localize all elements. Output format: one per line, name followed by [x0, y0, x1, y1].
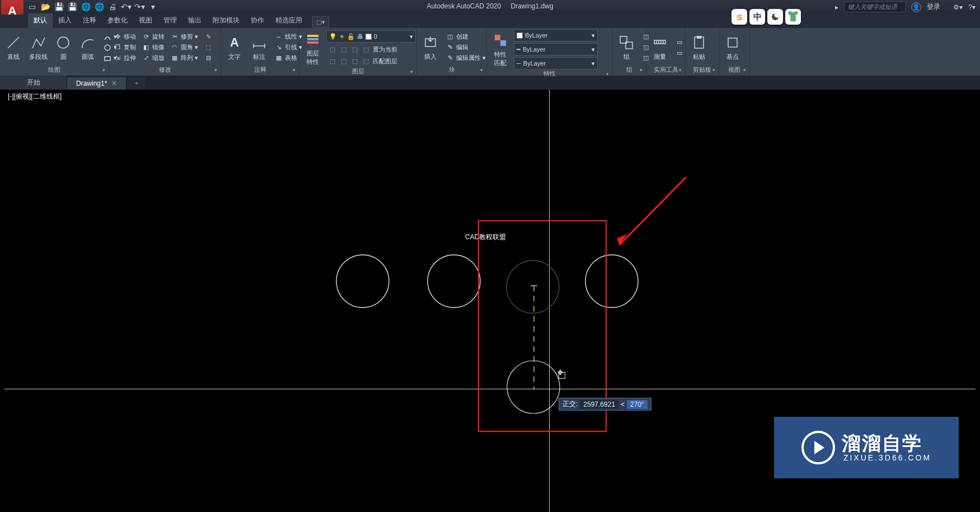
svg-line-0 — [8, 37, 19, 48]
menu-tab-featured[interactable]: 精选应用 — [270, 13, 308, 28]
copy-button[interactable]: ❐复制 — [111, 43, 138, 53]
svg-rect-8 — [307, 38, 318, 40]
arc-button[interactable]: 圆弧 — [77, 32, 99, 62]
rotate-button[interactable]: ⟳旋转 — [140, 32, 166, 42]
panel-drop-icon[interactable]: ▾ — [214, 67, 217, 73]
close-tab-icon[interactable]: ✕ — [111, 80, 117, 87]
panel-drop-icon[interactable]: ▾ — [410, 69, 413, 75]
svg-rect-7 — [307, 35, 318, 37]
search-input[interactable]: 键入关键字或短语 — [844, 2, 906, 12]
dim-button[interactable]: 标注 — [248, 32, 270, 62]
color-combo[interactable]: ByLayer▾ — [514, 29, 598, 41]
panel-draw: 直线 多段线 圆 圆弧 ▾ ▾ ▾ 绘图▾ — [0, 28, 109, 76]
qat-print-icon[interactable]: 🖨 — [107, 2, 118, 12]
menu-tab-addins[interactable]: 附加模块 — [207, 13, 245, 28]
layer-props-button[interactable]: 图层 特性 — [302, 29, 324, 67]
group-button[interactable]: 组 — [615, 32, 637, 62]
exchange-icon[interactable]: ⚙▾ — [953, 3, 963, 11]
panel-drop-icon[interactable]: ▾ — [102, 67, 105, 73]
util-extra-2[interactable]: ▭ — [673, 48, 686, 58]
watermark-logo: 溜溜自学 ZIXUE.3D66.COM — [774, 417, 959, 478]
fillet-button[interactable]: ◠圆角 ▾ — [168, 43, 200, 53]
qat-web-open-icon[interactable]: 🌐 — [81, 2, 91, 12]
qat-redo-icon[interactable]: ↷▾ — [134, 2, 144, 12]
panel-drop-icon[interactable]: ▾ — [679, 67, 682, 73]
svg-point-24 — [336, 255, 389, 308]
panel-drop-icon[interactable]: ▾ — [712, 67, 715, 73]
qat-new-icon[interactable]: ▭ — [27, 2, 37, 12]
theme-badge-moon-icon[interactable] — [767, 9, 783, 25]
modify-extra-2[interactable]: ⬚ — [202, 43, 214, 53]
panel-drop-icon[interactable]: ▾ — [293, 67, 296, 73]
panel-clipboard: 粘贴 剪贴板▾ — [686, 28, 719, 76]
menu-tab-insert[interactable]: 插入 — [53, 13, 77, 28]
help-icon[interactable]: ?▾ — [968, 3, 976, 11]
panel-drop-icon[interactable]: ▾ — [640, 67, 643, 73]
qat-save-icon[interactable]: 💾 — [54, 2, 64, 12]
menu-tab-bar: 默认 插入 注释 参数化 视图 管理 输出 附加模块 协作 精选应用 ▢▾ — [0, 15, 980, 28]
menu-tab-view[interactable]: 视图 — [133, 13, 158, 28]
info-center-arrow-icon[interactable]: ▸ — [835, 3, 838, 11]
menu-tab-output[interactable]: 输出 — [182, 13, 207, 28]
ime-badge-cluster: S 中 — [732, 9, 801, 25]
linetype-combo[interactable]: ─ByLayer▾ — [514, 57, 598, 69]
scale-button[interactable]: ⤢缩放 — [140, 53, 166, 63]
menu-tab-default[interactable]: 默认 — [28, 13, 53, 28]
watermark-sub: ZIXUE.3D66.COM — [843, 454, 931, 462]
layer-match-row[interactable]: ⬚⬚⬚⬚ 匹配图层 — [326, 56, 416, 66]
panel-annotate: A文字 标注 ↔线性 ▾ ↘引线 ▾ ▦表格 注释▾ — [221, 28, 299, 76]
util-extra-1[interactable]: ▭ — [673, 37, 686, 47]
ime-badge-s[interactable]: S — [732, 9, 747, 25]
block-attr-button[interactable]: ✎编辑属性 ▾ — [444, 53, 487, 63]
skin-badge-shirt-icon[interactable] — [785, 9, 801, 25]
qat-undo-icon[interactable]: ↶▾ — [121, 2, 131, 12]
base-view-button[interactable]: 基点 — [721, 32, 744, 62]
menu-overflow-icon[interactable]: ▢▾ — [312, 16, 329, 28]
ime-badge-lang[interactable]: 中 — [749, 9, 765, 25]
new-tab-button[interactable]: ＋ — [128, 77, 146, 90]
block-create-button[interactable]: ◫创建 — [444, 32, 487, 42]
block-edit-button[interactable]: ✎编辑 — [444, 43, 487, 53]
trim-button[interactable]: ✂修剪 ▾ — [168, 32, 200, 42]
measure-button[interactable]: 测量 — [649, 32, 671, 62]
layer-tools-row[interactable]: ⬚⬚⬚⬚ 置为当前 — [326, 44, 416, 54]
panel-drop-icon[interactable]: ▾ — [480, 67, 483, 73]
text-button[interactable]: A文字 — [223, 32, 246, 62]
mirror-button[interactable]: ◧镜像 — [140, 43, 166, 53]
layer-combo[interactable]: 💡☀🔓🖶 0 ▾ — [326, 30, 416, 43]
drawing-viewport[interactable]: [-][俯视][二维线框] CAD教程联盟 ✥ 正交: 2597.6921 < … — [4, 90, 976, 512]
paste-button[interactable]: 粘贴 — [688, 32, 710, 62]
doc-tab-start[interactable]: 开始 — [0, 76, 67, 90]
match-props-button[interactable]: 特性 匹配 — [489, 30, 512, 68]
stretch-button[interactable]: ⇲拉伸 — [111, 53, 138, 63]
user-avatar-icon[interactable]: 👤 — [911, 2, 921, 12]
login-label[interactable]: 登录 — [927, 2, 940, 12]
menu-tab-manage[interactable]: 管理 — [158, 13, 182, 28]
qat-saveas-icon[interactable]: 💾 — [67, 2, 77, 12]
menu-tab-collab[interactable]: 协作 — [245, 13, 270, 28]
panel-title-utils: 实用工具 — [654, 66, 678, 73]
menu-tab-annotate[interactable]: 注释 — [77, 13, 102, 28]
polyline-button[interactable]: 多段线 — [27, 32, 50, 62]
qat-dropdown-icon[interactable]: ▾ — [148, 2, 158, 12]
svg-point-25 — [428, 255, 480, 308]
circle-button[interactable]: 圆 — [52, 32, 74, 62]
doc-tab-drawing1[interactable]: Drawing1* ✕ — [67, 77, 126, 90]
move-button[interactable]: ✥移动 — [111, 32, 138, 42]
cursor-move-arrows-icon: ✥ — [557, 369, 563, 376]
panel-properties: 特性 匹配 ByLayer▾ ━ByLayer▾ ─ByLayer▾ 特性▾ — [487, 28, 613, 76]
menu-tab-parametric[interactable]: 参数化 — [102, 13, 133, 28]
lineweight-combo[interactable]: ━ByLayer▾ — [514, 43, 598, 55]
insert-block-button[interactable]: 插入 — [419, 32, 442, 62]
doc-tab-label: Drawing1* — [76, 80, 107, 87]
modify-extra-1[interactable]: ✎ — [202, 32, 214, 42]
qat-open-icon[interactable]: 📂 — [40, 2, 50, 12]
panel-drop-icon[interactable]: ▾ — [743, 67, 746, 73]
dynamic-input[interactable]: 正交: 2597.6921 < 270° — [559, 398, 651, 411]
qat-web-save-icon[interactable]: 🌐 — [94, 2, 104, 12]
array-button[interactable]: ▦阵列 ▾ — [168, 53, 200, 63]
modify-extra-3[interactable]: ⊟ — [202, 53, 214, 63]
line-button[interactable]: 直线 — [2, 32, 25, 62]
panel-viewbase: 基点 视图▾ — [719, 28, 750, 76]
dyn-sep: < — [621, 401, 625, 408]
